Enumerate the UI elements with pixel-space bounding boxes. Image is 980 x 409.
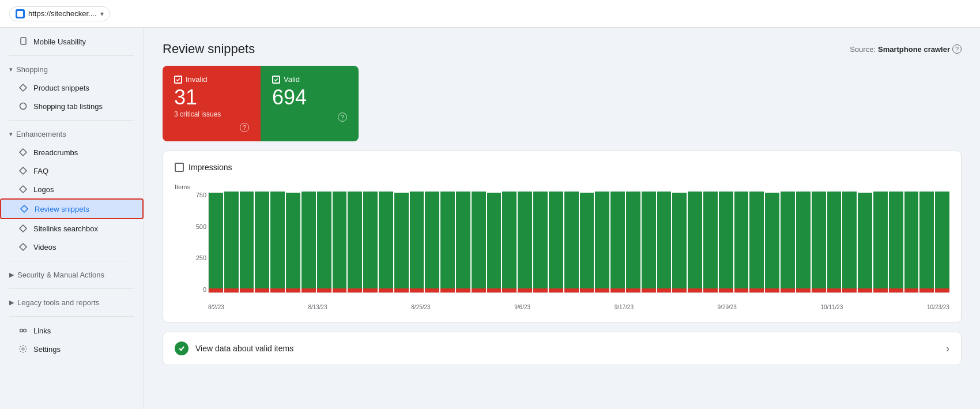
bar-valid-9 bbox=[348, 192, 362, 288]
bar-group-28 bbox=[642, 192, 656, 292]
sidebar-item-product-snippets[interactable]: Product snippets bbox=[0, 78, 139, 97]
bar-valid-37 bbox=[781, 192, 795, 288]
bar-invalid-7 bbox=[317, 288, 331, 292]
shopping-section-header[interactable]: ▾ Shopping bbox=[0, 61, 144, 78]
url-chip[interactable]: https://sitechecker.... ▾ bbox=[9, 6, 110, 21]
impressions-label: Impressions bbox=[189, 163, 232, 172]
bar-valid-39 bbox=[812, 192, 826, 288]
bar-invalid-24 bbox=[580, 288, 594, 292]
bar-valid-38 bbox=[796, 192, 811, 288]
bar-invalid-6 bbox=[301, 288, 316, 292]
bar-group-37 bbox=[781, 192, 795, 292]
valid-help-icon[interactable]: ? bbox=[338, 112, 347, 122]
bar-invalid-28 bbox=[642, 288, 656, 292]
security-section-header[interactable]: ▶ Security & Manual Actions bbox=[0, 266, 144, 284]
impressions-checkbox[interactable] bbox=[175, 163, 184, 172]
sidebar-item-faq[interactable]: FAQ bbox=[0, 162, 139, 180]
enhancements-section-header[interactable]: ▾ Enhancements bbox=[0, 125, 144, 143]
invalid-label: Invalid bbox=[186, 75, 208, 84]
bar-valid-20 bbox=[518, 192, 532, 288]
bar-valid-25 bbox=[595, 192, 609, 288]
bar-valid-2 bbox=[240, 192, 254, 288]
bar-valid-0 bbox=[209, 193, 223, 288]
bar-valid-28 bbox=[642, 192, 656, 288]
bar-invalid-1 bbox=[224, 288, 239, 292]
bar-valid-7 bbox=[317, 192, 331, 288]
invalid-stat-card[interactable]: Invalid 31 3 critical issues ? bbox=[163, 66, 261, 141]
source-help-icon[interactable]: ? bbox=[952, 44, 962, 54]
sidebar-item-videos[interactable]: Videos bbox=[0, 238, 139, 256]
product-snippets-icon bbox=[18, 83, 28, 92]
bar-invalid-40 bbox=[827, 288, 842, 292]
bar-invalid-36 bbox=[765, 288, 779, 292]
bar-valid-12 bbox=[394, 193, 409, 288]
sidebar-item-mobile-usability[interactable]: Mobile Usability bbox=[0, 32, 139, 51]
bar-valid-6 bbox=[301, 192, 316, 288]
bar-group-3 bbox=[255, 192, 269, 292]
sidebar-item-sitelinks[interactable]: Sitelinks searchbox bbox=[0, 219, 139, 238]
sidebar-item-links[interactable]: Links bbox=[0, 321, 139, 340]
bar-group-14 bbox=[425, 192, 439, 292]
invalid-help-icon[interactable]: ? bbox=[240, 123, 249, 132]
bar-invalid-38 bbox=[796, 288, 811, 292]
valid-count: 694 bbox=[272, 87, 347, 108]
invalid-card-header: Invalid bbox=[174, 75, 249, 84]
bar-group-45 bbox=[904, 192, 919, 292]
valid-circle-icon bbox=[175, 342, 189, 355]
bar-group-10 bbox=[363, 192, 378, 292]
bar-invalid-19 bbox=[502, 288, 517, 292]
shopping-tab-icon bbox=[18, 102, 28, 111]
bar-valid-32 bbox=[703, 192, 718, 288]
bar-invalid-0 bbox=[209, 288, 223, 292]
bar-valid-29 bbox=[657, 192, 672, 288]
bar-group-7 bbox=[317, 192, 331, 292]
sidebar-item-review-snippets[interactable]: Review snippets bbox=[0, 198, 144, 219]
svg-rect-0 bbox=[17, 11, 23, 17]
bar-group-35 bbox=[749, 192, 764, 292]
y-tick-0: 0 bbox=[192, 286, 206, 293]
y-tick-750: 750 bbox=[192, 192, 206, 198]
bar-invalid-46 bbox=[919, 288, 934, 292]
view-data-label: View data about valid items bbox=[195, 344, 293, 353]
bar-group-13 bbox=[410, 192, 424, 292]
bar-group-18 bbox=[487, 192, 502, 292]
bar-invalid-25 bbox=[595, 288, 609, 292]
bar-group-11 bbox=[379, 192, 393, 292]
bar-invalid-10 bbox=[363, 288, 378, 292]
bar-valid-16 bbox=[456, 192, 470, 288]
y-axis-label: Items bbox=[175, 183, 190, 190]
sidebar-item-shopping-tab[interactable]: Shopping tab listings bbox=[0, 97, 139, 115]
bar-invalid-11 bbox=[379, 288, 393, 292]
shopping-section-label: Shopping bbox=[16, 65, 48, 74]
bar-invalid-12 bbox=[394, 288, 409, 292]
view-data-left: View data about valid items bbox=[175, 342, 293, 355]
enhancements-arrow-icon: ▾ bbox=[9, 130, 13, 138]
view-data-button[interactable]: View data about valid items › bbox=[163, 332, 962, 365]
sidebar: Mobile Usability ▾ Shopping Product snip… bbox=[0, 28, 144, 409]
links-label: Links bbox=[33, 327, 51, 335]
legacy-section-header[interactable]: ▶ Legacy tools and reports bbox=[0, 294, 144, 312]
sidebar-item-settings[interactable]: Settings bbox=[0, 340, 139, 358]
svg-marker-2 bbox=[20, 84, 27, 91]
valid-stat-card[interactable]: Valid 694 ? bbox=[261, 66, 359, 141]
valid-footer: ? bbox=[272, 112, 347, 122]
x-tick-8: 10/23/23 bbox=[927, 304, 949, 310]
bar-valid-15 bbox=[440, 192, 455, 288]
bar-group-36 bbox=[765, 192, 779, 292]
sidebar-item-logos[interactable]: Logos bbox=[0, 180, 139, 198]
svg-marker-9 bbox=[20, 243, 27, 250]
bar-invalid-13 bbox=[410, 288, 424, 292]
bar-invalid-22 bbox=[549, 288, 563, 292]
bar-valid-1 bbox=[224, 192, 239, 288]
bar-valid-43 bbox=[873, 192, 888, 288]
shopping-tab-label: Shopping tab listings bbox=[33, 102, 103, 111]
bar-valid-8 bbox=[333, 192, 347, 288]
sidebar-item-breadcrumbs[interactable]: Breadcrumbs bbox=[0, 143, 139, 162]
bar-invalid-5 bbox=[286, 288, 300, 292]
bar-group-40 bbox=[827, 192, 842, 292]
bar-group-0 bbox=[209, 192, 223, 292]
bar-group-9 bbox=[348, 192, 362, 292]
source-info: Source: Smartphone crawler ? bbox=[850, 44, 962, 54]
stats-row: Invalid 31 3 critical issues ? Valid 694… bbox=[163, 66, 359, 141]
settings-label: Settings bbox=[33, 345, 61, 354]
